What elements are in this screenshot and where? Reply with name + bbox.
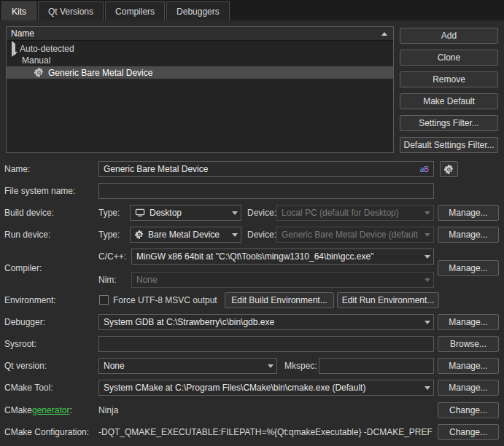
sort-ascending-icon xyxy=(381,32,387,36)
tree-item-label: Generic Bare Metal Device xyxy=(48,68,152,78)
compiler-nim-label: Nim: xyxy=(98,272,117,288)
name-label: Name: xyxy=(4,161,30,177)
run-device-type-combo[interactable]: Bare Metal Device xyxy=(130,227,241,243)
force-utf8-msvc-checkbox-label[interactable]: Force UTF-8 MSVC output xyxy=(113,292,217,308)
build-device-type-value: Desktop xyxy=(150,208,228,218)
chevron-down-icon xyxy=(268,364,274,368)
cmake-generator-label: CMake generator : xyxy=(4,402,72,418)
chevron-down-icon xyxy=(424,233,430,237)
tab-debuggers[interactable]: Debuggers xyxy=(166,1,230,20)
tree-item-generic-bare-metal-device[interactable]: Generic Bare Metal Device xyxy=(7,66,393,79)
cmake-tool-manage-button[interactable]: Manage... xyxy=(438,380,499,396)
run-device-device-value: Generic Bare Metal Device (default for xyxy=(282,230,420,240)
tree-item-label: Auto-detected xyxy=(20,44,74,54)
debugger-value: System GDB at C:\Strawberry\c\bin\gdb.ex… xyxy=(104,317,420,327)
force-utf8-msvc-checkbox[interactable] xyxy=(99,295,109,305)
debugger-manage-button[interactable]: Manage... xyxy=(438,314,499,330)
variables-icon[interactable]: aB xyxy=(420,165,429,173)
compiler-nim-value: None xyxy=(136,275,420,285)
tab-compilers[interactable]: Compilers xyxy=(105,1,165,20)
build-device-device-value: Local PC (default for Desktop) xyxy=(282,208,420,218)
chevron-down-icon xyxy=(424,278,430,282)
chevron-down-icon xyxy=(424,255,430,259)
run-device-label: Run device: xyxy=(4,227,50,243)
compiler-cpp-label: C/C++: xyxy=(98,249,126,265)
build-device-device-combo: Local PC (default for Desktop) xyxy=(276,205,434,221)
file-system-name-label: File system name: xyxy=(4,183,75,199)
compiler-label: Compiler: xyxy=(4,260,42,276)
make-default-button[interactable]: Make Default xyxy=(400,93,498,109)
run-device-manage-button[interactable]: Manage... xyxy=(438,227,499,243)
debugger-combo[interactable]: System GDB at C:\Strawberry\c\bin\gdb.ex… xyxy=(98,314,434,330)
kits-tree: Name Auto-detected Manual Generic Bare M… xyxy=(6,26,394,153)
qt-version-combo[interactable]: None xyxy=(98,358,277,374)
cmake-configuration-change-button[interactable]: Change... xyxy=(438,424,499,440)
bare-metal-device-icon xyxy=(135,230,144,239)
build-device-type-label: Type: xyxy=(98,205,120,221)
bare-metal-device-icon xyxy=(34,68,44,77)
qt-version-label: Qt version: xyxy=(4,358,47,374)
edit-run-environment-button[interactable]: Edit Run Environment... xyxy=(337,292,439,308)
build-device-device-label: Device: xyxy=(247,205,276,221)
tab-qt-versions[interactable]: Qt Versions xyxy=(38,1,104,20)
sysroot-label: Sysroot: xyxy=(4,336,36,352)
desktop-icon xyxy=(135,208,145,217)
qt-version-value: None xyxy=(104,361,263,371)
cmake-configuration-label: CMake Configuration: xyxy=(4,424,89,440)
chevron-down-icon xyxy=(424,321,430,324)
name-input[interactable]: Generic Bare Metal Device aB xyxy=(98,161,434,177)
add-button[interactable]: Add xyxy=(400,28,498,44)
cmake-generator-value: Ninja xyxy=(98,402,430,418)
tab-kits[interactable]: Kits xyxy=(1,1,36,20)
run-device-device-combo: Generic Bare Metal Device (default for xyxy=(276,227,434,243)
cmake-tool-label: CMake Tool: xyxy=(4,380,53,396)
tree-item-auto-detected[interactable]: Auto-detected xyxy=(7,43,393,55)
debugger-label: Debugger: xyxy=(4,314,45,330)
chevron-down-icon[interactable] xyxy=(12,55,18,66)
compiler-cpp-value: MinGW x86 64bit at "C:\Qt\Tools\mingw131… xyxy=(136,251,420,262)
chevron-down-icon xyxy=(424,386,430,390)
cmake-generator-label-prefix: CMake xyxy=(4,405,32,415)
mkspec-input[interactable] xyxy=(319,358,434,374)
qt-version-manage-button[interactable]: Manage... xyxy=(438,358,499,374)
build-device-label: Build device: xyxy=(4,205,54,221)
kits-settings-window: Kits Qt Versions Compilers Debuggers Nam… xyxy=(0,0,504,446)
clone-button[interactable]: Clone xyxy=(400,50,498,66)
run-device-type-value: Bare Metal Device xyxy=(148,230,228,240)
build-device-type-combo[interactable]: Desktop xyxy=(130,205,241,221)
compiler-nim-combo: None xyxy=(131,272,434,288)
run-device-type-label: Type: xyxy=(98,227,120,243)
sysroot-browse-button[interactable]: Browse... xyxy=(438,336,499,352)
tree-header-label: Name xyxy=(11,28,34,39)
sysroot-input[interactable] xyxy=(98,336,434,352)
cmake-generator-label-suffix: : xyxy=(69,405,71,415)
default-settings-filter-button[interactable]: Default Settings Filter... xyxy=(400,137,498,153)
run-device-device-label: Device: xyxy=(247,227,276,243)
tree-item-label: Manual xyxy=(22,55,50,66)
cmake-generator-link[interactable]: generator xyxy=(32,405,69,415)
cmake-tool-combo[interactable]: System CMake at C:\Program Files\CMake\b… xyxy=(98,380,434,396)
cmake-tool-value: System CMake at C:\Program Files\CMake\b… xyxy=(104,383,420,393)
compiler-cpp-combo[interactable]: MinGW x86 64bit at "C:\Qt\Tools\mingw131… xyxy=(131,249,434,265)
cmake-configuration-value: -DQT_QMAKE_EXECUTABLE:FILEPATH=%{Qt:qmak… xyxy=(98,424,433,440)
remove-button[interactable]: Remove xyxy=(400,71,498,87)
kit-settings-gear-button[interactable] xyxy=(440,161,458,177)
build-device-manage-button[interactable]: Manage... xyxy=(438,205,499,221)
settings-filter-button[interactable]: Settings Filter... xyxy=(400,115,498,131)
file-system-name-input[interactable] xyxy=(98,183,434,199)
edit-build-environment-button[interactable]: Edit Build Environment... xyxy=(225,292,334,308)
cmake-generator-change-button[interactable]: Change... xyxy=(438,402,499,418)
compiler-manage-button[interactable]: Manage... xyxy=(438,260,499,276)
tree-item-manual[interactable]: Manual xyxy=(7,55,393,66)
chevron-down-icon xyxy=(232,211,238,215)
tab-bar: Kits Qt Versions Compilers Debuggers xyxy=(0,0,504,20)
environment-label: Environment: xyxy=(4,292,56,308)
tree-header-name-column[interactable]: Name xyxy=(7,27,393,41)
chevron-down-icon xyxy=(232,233,238,237)
mkspec-label: Mkspec: xyxy=(284,358,317,374)
name-input-value: Generic Bare Metal Device xyxy=(104,164,208,174)
chevron-down-icon xyxy=(424,211,430,215)
